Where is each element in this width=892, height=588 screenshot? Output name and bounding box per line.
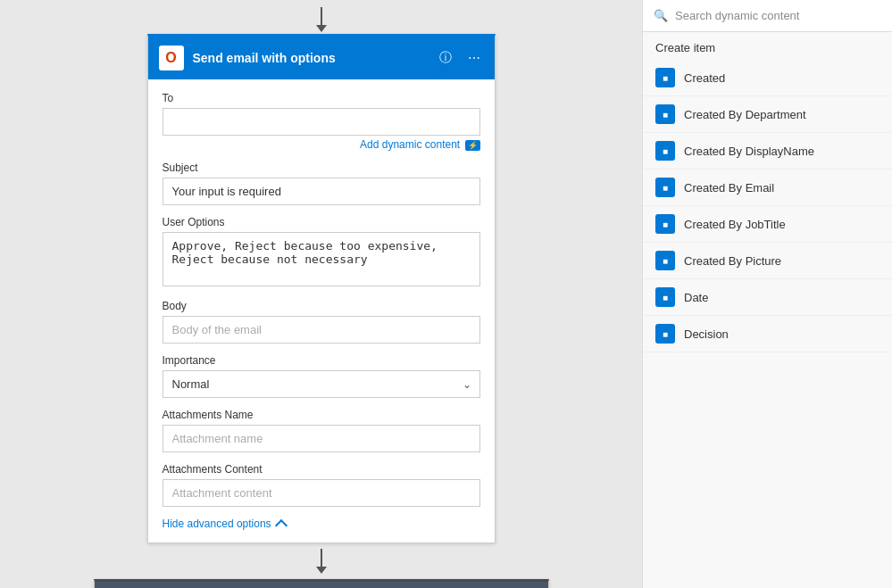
dynamic-item-icon: ■ xyxy=(655,214,675,234)
dynamic-item-icon: ■ xyxy=(655,324,675,344)
top-connector xyxy=(0,0,642,34)
search-icon: 🔍 xyxy=(654,9,668,22)
add-dynamic-text: Add dynamic content xyxy=(360,138,460,151)
card-title: Send email with options xyxy=(193,51,427,65)
attachments-name-field-group: Attachments Name xyxy=(163,409,480,452)
attachments-content-input[interactable] xyxy=(163,479,480,507)
card-body: To Add dynamic content ⚡ Subject User Op… xyxy=(148,79,495,542)
dynamic-item-decision[interactable]: ■ Decision xyxy=(643,316,892,352)
dynamic-item-label: Created By DisplayName xyxy=(684,145,814,158)
send-email-card: O Send email with options ⓘ ⋯ To Add dyn… xyxy=(147,34,496,543)
search-bar: 🔍 xyxy=(643,0,892,32)
dynamic-item-created[interactable]: ■ Created xyxy=(643,60,892,96)
dynamic-item-created-by-jobtitle[interactable]: ■ Created By JobTitle xyxy=(643,206,892,243)
dynamic-item-date[interactable]: ■ Date xyxy=(643,279,892,316)
attachments-name-label: Attachments Name xyxy=(163,409,480,421)
create-item-label: Create item xyxy=(643,32,892,60)
dynamic-items-list: ■ Created ■ Created By Department ■ Crea… xyxy=(643,60,892,588)
header-actions: ⓘ ⋯ xyxy=(436,48,484,68)
user-options-textarea[interactable] xyxy=(163,232,480,286)
switch-header: Switch ⋯ xyxy=(95,582,548,588)
dynamic-item-icon: ■ xyxy=(655,178,675,197)
search-input[interactable] xyxy=(675,9,881,22)
to-label: To xyxy=(163,92,480,104)
dynamic-item-label: Decision xyxy=(684,327,729,341)
dynamic-item-icon: ■ xyxy=(655,68,675,87)
add-dynamic-anchor[interactable]: Add dynamic content ⚡ xyxy=(360,138,479,151)
info-button[interactable]: ⓘ xyxy=(436,48,455,68)
lightning-icon: ⚡ xyxy=(465,140,480,151)
to-field-group: To Add dynamic content ⚡ xyxy=(163,92,480,151)
dynamic-item-label: Created By Picture xyxy=(684,254,781,268)
hide-advanced-text: Hide advanced options xyxy=(163,518,271,530)
office365-icon: O xyxy=(159,46,184,70)
dynamic-item-label: Created By JobTitle xyxy=(684,218,786,231)
dynamic-item-label: Date xyxy=(684,291,708,304)
dynamic-item-icon: ■ xyxy=(655,251,675,270)
subject-input[interactable] xyxy=(163,178,480,205)
body-input[interactable] xyxy=(163,316,480,344)
switch-card: Switch ⋯ * On xyxy=(94,579,549,588)
attachments-content-label: Attachments Content xyxy=(163,463,480,476)
subject-field-group: Subject xyxy=(163,161,480,205)
body-label: Body xyxy=(163,300,480,312)
dynamic-item-created-by-dept[interactable]: ■ Created By Department xyxy=(643,96,892,133)
dynamic-item-label: Created By Department xyxy=(684,108,806,121)
dynamic-item-created-by-picture[interactable]: ■ Created By Picture xyxy=(643,243,892,279)
dynamic-item-icon: ■ xyxy=(655,141,675,161)
dynamic-item-icon: ■ xyxy=(655,104,675,124)
importance-select[interactable]: Normal High Low xyxy=(163,370,480,398)
dynamic-item-icon: ■ xyxy=(655,287,675,307)
to-input[interactable] xyxy=(163,108,480,136)
right-panel: 🔍 Create item ■ Created ■ Created By Dep… xyxy=(642,0,892,588)
card-header: O Send email with options ⓘ ⋯ xyxy=(148,37,495,79)
add-dynamic-link[interactable]: Add dynamic content ⚡ xyxy=(163,137,480,151)
dynamic-item-created-by-email[interactable]: ■ Created By Email xyxy=(643,170,892,206)
body-field-group: Body xyxy=(163,300,480,344)
importance-select-wrapper: Normal High Low ⌄ xyxy=(163,370,480,398)
importance-label: Importance xyxy=(163,354,480,367)
dynamic-item-label: Created By Email xyxy=(684,181,774,195)
mid-connector xyxy=(316,543,327,579)
more-options-button[interactable]: ⋯ xyxy=(464,49,484,67)
chevron-up-icon xyxy=(275,518,288,531)
dynamic-item-label: Created xyxy=(684,71,725,85)
attachments-name-input[interactable] xyxy=(163,425,480,452)
hide-advanced-link[interactable]: Hide advanced options xyxy=(163,518,480,530)
attachments-content-field-group: Attachments Content xyxy=(163,463,480,507)
user-options-label: User Options xyxy=(163,216,480,228)
user-options-field-group: User Options xyxy=(163,216,480,289)
main-canvas: O Send email with options ⓘ ⋯ To Add dyn… xyxy=(0,0,642,588)
dynamic-item-created-by-display[interactable]: ■ Created By DisplayName xyxy=(643,133,892,170)
subject-label: Subject xyxy=(163,161,480,174)
importance-field-group: Importance Normal High Low ⌄ xyxy=(163,354,480,398)
